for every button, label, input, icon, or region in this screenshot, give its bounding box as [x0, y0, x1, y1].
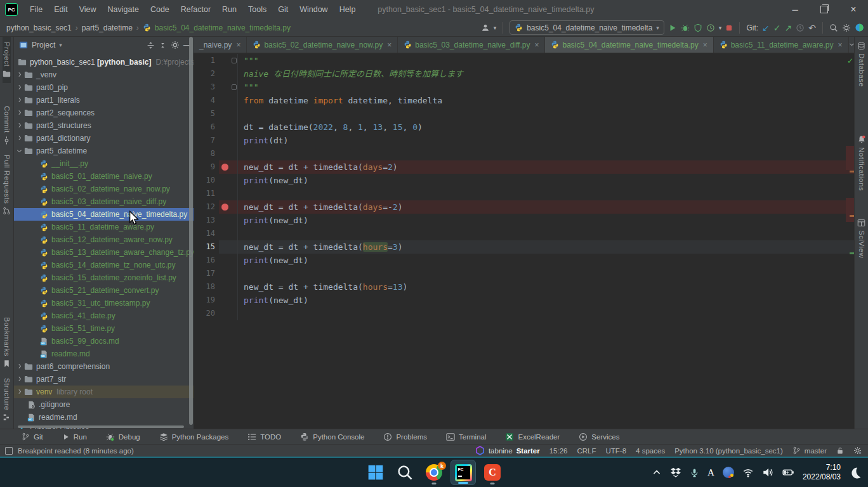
collapse-all-icon[interactable] [159, 41, 167, 49]
debug-button[interactable] [681, 23, 690, 32]
toolwindow-button-git[interactable]: Git [22, 432, 43, 441]
chevron-right-icon[interactable] [15, 389, 24, 396]
tree-item[interactable]: part4_dictionary [14, 132, 194, 145]
tree-item[interactable]: MDbasic5_99_docs.md [14, 335, 194, 347]
project-scrollbar-horizontal[interactable] [18, 425, 184, 428]
menu-edit[interactable]: Edit [48, 0, 74, 19]
tray-chevron-up-icon[interactable] [652, 467, 662, 477]
toolwindow-button-problems[interactable]: Problems [383, 432, 427, 441]
code-editor[interactable]: 1"""2naive な日付時刻同士に所定の日数、時刻等を加算します3"""4f… [194, 53, 854, 429]
breadcrumb-file[interactable]: basic5_04_datetime_naive_timedelta.py [155, 23, 291, 32]
taskbar-clock[interactable]: 7:102022/08/03 [803, 463, 841, 482]
sidebar-item-commit[interactable]: Commit [3, 101, 11, 150]
night-mode-moon-icon[interactable] [849, 466, 862, 479]
toolwindow-button-run[interactable]: Run [62, 433, 87, 441]
code-line[interactable]: 11 [194, 187, 854, 200]
tree-item[interactable]: basic5_15_datetime_zoneinfo_list.py [14, 271, 194, 284]
tree-item-selected[interactable]: basic5_04_datetime_naive_timedelta.py [14, 208, 194, 221]
tab-close-icon[interactable]: × [534, 41, 539, 49]
chevron-right-icon[interactable] [15, 376, 24, 383]
chevron-right-icon[interactable] [15, 363, 24, 370]
sphere-app-icon[interactable] [723, 467, 734, 478]
menu-window[interactable]: Window [294, 0, 333, 19]
menu-git[interactable]: Git [272, 0, 294, 19]
coverage-button[interactable] [694, 23, 702, 32]
editor-tab[interactable]: basic5_11_datetime_aware.py× [714, 37, 849, 53]
project-scrollbar-vertical[interactable] [189, 37, 193, 425]
chevron-right-icon[interactable] [15, 72, 24, 79]
user-icon[interactable] [481, 23, 490, 32]
code-line[interactable]: 8 [194, 147, 854, 160]
tree-item[interactable]: part3_structures [14, 119, 194, 132]
menu-navigate[interactable]: Navigate [102, 0, 145, 19]
code-line[interactable]: 12new_dt = dt + timedelta(days=-2) [194, 200, 854, 214]
tree-item[interactable]: part2_sequences [14, 107, 194, 119]
sidebar-item-database[interactable]: Database [857, 37, 865, 92]
sidebar-item-notifications[interactable]: Notifications [857, 130, 866, 196]
taskbar-app-pycharm[interactable]: PC [450, 460, 476, 485]
tray-dropbox-icon[interactable] [670, 467, 681, 478]
chevron-right-icon[interactable] [15, 122, 24, 129]
code-line[interactable]: 6dt = datetime(2022, 8, 1, 13, 15, 0) [194, 120, 854, 134]
tree-item[interactable]: part1_literals [14, 94, 194, 107]
sidebar-item-pull-requests[interactable]: Pull Requests [3, 150, 11, 220]
editor-tab-active[interactable]: basic5_04_datetime_naive_timedelta.py× [545, 37, 713, 53]
menu-view[interactable]: View [74, 0, 102, 19]
tab-close-icon[interactable]: × [838, 41, 843, 49]
git-rollback-icon[interactable]: ↶ [808, 23, 816, 33]
toolwindow-button-excelreader[interactable]: ExcelReader [505, 432, 560, 441]
git-push-icon[interactable]: ↗ [785, 23, 792, 33]
toolwindow-button-python-console[interactable]: Python Console [300, 432, 364, 441]
lock-icon[interactable] [836, 446, 844, 455]
run-configuration-select[interactable]: basic5_04_datetime_naive_timedelta▾ [510, 20, 664, 35]
code-line[interactable]: 19print(new_dt) [194, 294, 854, 307]
breakpoint-icon[interactable] [221, 204, 228, 211]
profiler-button[interactable] [706, 23, 715, 32]
search-everywhere-icon[interactable] [829, 23, 838, 32]
tree-item[interactable]: part6_comprehension [14, 360, 194, 373]
ime-a-icon[interactable]: A [707, 467, 714, 478]
run-button[interactable] [668, 23, 677, 32]
settings-gear-icon[interactable] [842, 23, 851, 32]
tree-item[interactable]: part0_pip [14, 81, 194, 94]
stop-button[interactable] [725, 24, 733, 32]
sidebar-item-structure[interactable]: Structure [3, 373, 11, 426]
git-branch-widget[interactable]: master [792, 446, 827, 455]
tree-item[interactable]: MDreadme.md [14, 411, 194, 424]
code-line[interactable]: 10print(new_dt) [194, 174, 854, 187]
git-update-icon[interactable]: ↙ [762, 23, 770, 33]
tabnine-widget[interactable]: tabnineStarter [475, 446, 540, 455]
tree-item[interactable]: basic5_21_datetime_convert.py [14, 284, 194, 297]
breakpoint-icon[interactable] [221, 164, 228, 171]
tree-item[interactable]: part7_str [14, 373, 194, 386]
tab-close-icon[interactable]: × [703, 41, 707, 49]
tab-close-icon[interactable]: × [236, 41, 240, 49]
sidebar-item-project[interactable]: Project [3, 37, 11, 83]
code-line[interactable]: 15new_dt = dt + timedelta(hours=3) [194, 240, 854, 254]
tree-item[interactable]: basic5_31_utc_timestamp.py [14, 297, 194, 309]
gear-notification-icon[interactable] [853, 446, 862, 455]
code-line[interactable]: 1""" [194, 54, 854, 67]
fold-marker-icon[interactable] [232, 58, 237, 63]
menu-file[interactable]: File [24, 0, 48, 19]
code-line[interactable]: 14 [194, 227, 854, 240]
menu-run[interactable]: Run [216, 0, 242, 19]
profiler-caret-icon[interactable]: ▾ [719, 25, 722, 31]
sidebar-item-bookmarks[interactable]: Bookmarks [3, 312, 11, 373]
tray-mic-icon[interactable] [690, 468, 699, 477]
toolwindow-button-debug[interactable]: Debug [106, 432, 140, 441]
toolwindow-button-python-packages[interactable]: Python Packages [159, 432, 229, 441]
project-panel-title[interactable]: Project [32, 41, 55, 49]
tool-window-switcher-icon[interactable] [5, 447, 13, 455]
status-item[interactable]: 15:26 [549, 447, 568, 455]
tree-item[interactable]: basic5_41_date.py [14, 309, 194, 322]
tree-item[interactable]: basic5_14_datetime_tz_none_utc.py [14, 259, 194, 271]
tree-item[interactable]: basic5_11_datetime_aware.py [14, 221, 194, 233]
breadcrumb-item[interactable]: part5_datetime [82, 23, 133, 32]
tree-item[interactable]: venvlibrary root [14, 386, 194, 398]
status-item[interactable]: UTF-8 [606, 447, 627, 455]
close-button[interactable]: × [839, 0, 868, 19]
chevron-down-icon[interactable] [15, 148, 24, 155]
menu-tools[interactable]: Tools [242, 0, 272, 19]
tab-close-icon[interactable]: × [387, 41, 391, 49]
